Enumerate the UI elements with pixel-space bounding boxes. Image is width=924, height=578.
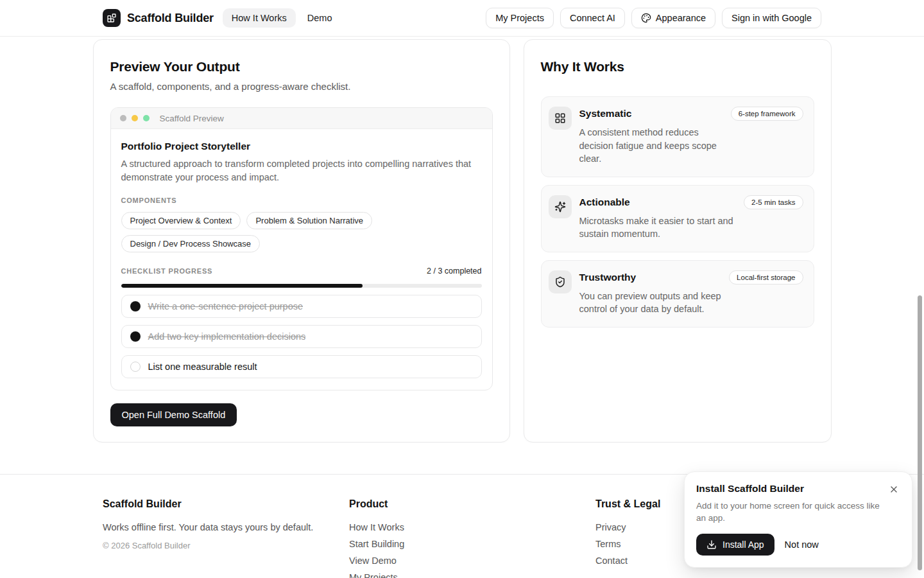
checklist-progress-label: CHECKLIST PROGRESS xyxy=(121,267,213,275)
feature-title: Trustworthy xyxy=(579,270,637,283)
sparkles-icon xyxy=(554,201,566,213)
checklist-item[interactable]: List one measurable result xyxy=(121,355,482,378)
why-card-title: Why It Works xyxy=(541,59,814,74)
feature-badge: Local-first storage xyxy=(729,270,803,285)
footer-brand-heading: Scaffold Builder xyxy=(103,498,349,510)
feature-description: A consistent method reduces decision fat… xyxy=(579,126,735,166)
why-it-works-card: Why It Works Systematic 6-step framework xyxy=(524,39,832,442)
close-icon[interactable] xyxy=(887,483,900,496)
component-chip: Project Overview & Context xyxy=(121,212,241,229)
footer-link-my-projects[interactable]: My Projects xyxy=(349,572,595,578)
preview-window-title: Scaffold Preview xyxy=(160,114,224,123)
toast-description: Add it to your home screen for quick acc… xyxy=(696,500,890,525)
install-app-toast: Install Scaffold Builder Add it to your … xyxy=(684,471,912,568)
main-nav: How It Works Demo xyxy=(223,8,341,28)
google-sign-in-label: Sign in with Google xyxy=(732,13,812,23)
component-chip: Design / Dev Process Showcase xyxy=(121,235,261,252)
nav-demo[interactable]: Demo xyxy=(298,8,341,28)
my-projects-button[interactable]: My Projects xyxy=(486,8,554,28)
grid-icon xyxy=(554,112,566,124)
window-dot-gray xyxy=(120,115,126,121)
feature-icon-box xyxy=(549,107,572,130)
feature-icon-box xyxy=(549,270,572,293)
unchecked-circle-icon xyxy=(130,362,141,372)
feature-trustworthy: Trustworthy Local-first storage You can … xyxy=(541,260,814,328)
my-projects-label: My Projects xyxy=(495,13,544,23)
app-logo xyxy=(103,9,121,27)
header-actions: My Projects Connect AI Appearance xyxy=(486,8,821,28)
header: Scaffold Builder How It Works Demo My Pr… xyxy=(0,0,924,37)
window-dot-green xyxy=(143,115,150,121)
install-app-button[interactable]: Install App xyxy=(696,534,774,556)
not-now-button[interactable]: Not now xyxy=(785,539,819,550)
feature-badge: 6-step framework xyxy=(731,107,803,121)
progress-bar-fill xyxy=(121,284,363,288)
checked-circle-icon xyxy=(130,301,141,311)
feature-systematic: Systematic 6-step framework A consistent… xyxy=(541,96,814,177)
footer-brand-column: Scaffold Builder Works offline first. Yo… xyxy=(103,498,349,578)
appearance-button[interactable]: Appearance xyxy=(631,8,715,28)
components-chips: Project Overview & Context Problem & Sol… xyxy=(121,212,482,252)
feature-description: You can preview outputs and keep control… xyxy=(579,290,735,316)
nav-how-it-works[interactable]: How It Works xyxy=(223,8,296,28)
blocks-icon xyxy=(107,13,117,23)
connect-ai-label: Connect AI xyxy=(570,13,615,23)
feature-title: Actionable xyxy=(579,195,630,208)
checked-circle-icon xyxy=(130,331,141,342)
footer-link-view-demo[interactable]: View Demo xyxy=(349,556,595,566)
feature-icon-box xyxy=(549,195,572,218)
google-sign-in-button[interactable]: Sign in with Google xyxy=(722,8,821,28)
feature-actionable: Actionable 2-5 min tasks Microtasks make… xyxy=(541,185,814,252)
footer-tagline: Works offline first. Your data stays you… xyxy=(103,522,349,532)
progress-bar xyxy=(121,284,482,288)
toast-title: Install Scaffold Builder xyxy=(696,483,804,495)
checklist-item[interactable]: Write a one-sentence project purpose xyxy=(121,295,482,318)
preview-card-subtitle: A scaffold, components, and a progress-a… xyxy=(110,81,493,92)
component-chip: Problem & Solution Narrative xyxy=(246,212,372,229)
footer-link-how-it-works[interactable]: How It Works xyxy=(349,522,595,532)
connect-ai-button[interactable]: Connect AI xyxy=(560,8,625,28)
features-list: Systematic 6-step framework A consistent… xyxy=(541,96,814,328)
checklist-item[interactable]: Add two key implementation decisions xyxy=(121,325,482,348)
project-title: Portfolio Project Storyteller xyxy=(121,141,482,152)
palette-icon xyxy=(641,13,651,23)
checklist-status: 2 / 3 completed xyxy=(427,267,481,276)
checklist-item-label: Add two key implementation decisions xyxy=(148,331,306,342)
footer-product-heading: Product xyxy=(349,498,595,510)
brand-name: Scaffold Builder xyxy=(127,12,214,25)
checklist-item-label: Write a one-sentence project purpose xyxy=(148,301,304,311)
feature-description: Microtasks make it easier to start and s… xyxy=(579,215,735,241)
scaffold-preview-window: Scaffold Preview Portfolio Project Story… xyxy=(110,107,493,390)
main-content: Preview Your Output A scaffold, componen… xyxy=(93,39,832,442)
appearance-label: Appearance xyxy=(656,13,706,23)
install-app-label: Install App xyxy=(723,539,764,550)
components-label: COMPONENTS xyxy=(121,197,482,204)
window-dot-yellow xyxy=(132,115,138,121)
scrollbar[interactable] xyxy=(918,295,922,570)
feature-badge: 2-5 min tasks xyxy=(744,195,803,209)
preview-card-title: Preview Your Output xyxy=(110,59,493,74)
preview-output-card: Preview Your Output A scaffold, componen… xyxy=(93,39,510,442)
preview-window-titlebar: Scaffold Preview xyxy=(111,108,492,129)
footer-product-column: Product How It Works Start Building View… xyxy=(349,498,595,578)
checklist-item-label: List one measurable result xyxy=(148,362,257,372)
footer-link-start-building[interactable]: Start Building xyxy=(349,539,595,549)
open-full-demo-button[interactable]: Open Full Demo Scaffold xyxy=(110,403,237,426)
footer-copyright: © 2026 Scaffold Builder xyxy=(103,541,349,550)
feature-title: Systematic xyxy=(579,107,632,119)
download-icon xyxy=(706,539,717,550)
project-description: A structured approach to transform compl… xyxy=(121,157,482,184)
shield-check-icon xyxy=(554,276,566,288)
